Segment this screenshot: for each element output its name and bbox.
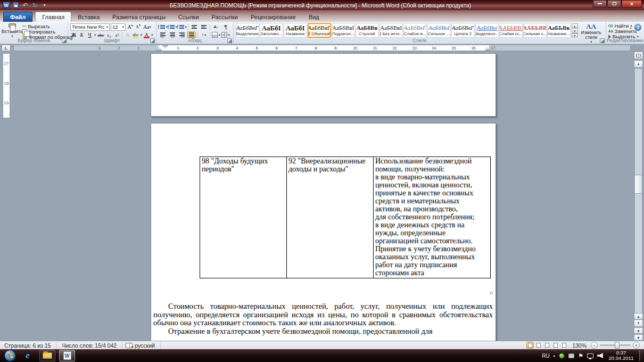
zoom-slider[interactable] [600, 344, 631, 346]
table-cell-account-credit[interactable]: 92 "Внереализационные доходы и расходы" [287, 157, 374, 278]
start-button[interactable] [4, 350, 16, 361]
ribbon-tab[interactable]: Рецензирование [244, 12, 302, 22]
style-item[interactable]: АаБбІ Название [284, 23, 307, 38]
highlight-dropdown-icon[interactable]: ▾ [140, 34, 142, 37]
styles-scroll-up-button[interactable]: ▴ [572, 23, 578, 28]
volume-icon[interactable] [597, 353, 603, 358]
bullets-button[interactable]: ▾ [159, 23, 167, 30]
word-count[interactable]: Число слов: 15/4 042 [60, 342, 119, 349]
clipboard-dialog-launcher[interactable] [62, 38, 67, 43]
table-resize-handle[interactable] [490, 292, 493, 294]
help-button[interactable]: ? [634, 24, 641, 31]
decrease-indent-button[interactable] [190, 23, 199, 30]
show-marks-button[interactable]: ¶ [221, 23, 230, 30]
proofing-status-icon[interactable]: × [126, 343, 133, 348]
styles-dialog-launcher[interactable] [600, 38, 605, 43]
increase-indent-button[interactable] [200, 23, 208, 30]
zoom-slider-thumb[interactable] [615, 342, 620, 349]
style-item[interactable]: АаБбВвГ Слабое в... [403, 23, 427, 38]
view-mode-button[interactable] [560, 342, 568, 349]
style-item[interactable]: АаБбІ Заголово... [260, 23, 283, 38]
antivirus-tray-icon[interactable] [559, 353, 565, 359]
taskbar-internet-explorer-button[interactable]: e [20, 350, 36, 361]
previous-page-button[interactable]: ▴ [634, 313, 643, 319]
table-cell-description[interactable]: Использование безвозмездной помощи, полу… [374, 157, 491, 278]
change-case-button[interactable]: Аа▾ [143, 23, 152, 30]
ribbon-tab[interactable]: Вставка [71, 12, 106, 22]
style-item[interactable]: АаБбВвГ Цитата 2 [451, 23, 475, 38]
document-table[interactable]: 98 "Доходы будущих периодов" 92 "Внереал… [200, 157, 491, 278]
scrollbar-thumb[interactable] [634, 175, 642, 194]
cut-button[interactable]: ✂Вырезать [22, 24, 73, 29]
table-cell-account-debit[interactable]: 98 "Доходы будущих периодов" [200, 157, 287, 278]
style-item[interactable]: АаБбВвГ Выделение [236, 23, 259, 38]
hidden-icons-button[interactable]: ▴ [554, 353, 556, 358]
browse-object-button[interactable]: ● [634, 327, 643, 334]
save-button[interactable] [12, 2, 20, 9]
font-dialog-launcher[interactable] [150, 38, 155, 43]
view-mode-button[interactable] [543, 342, 551, 349]
show-desktop-button[interactable] [639, 350, 643, 361]
taskbar-explorer-button[interactable] [39, 350, 55, 361]
style-item[interactable]: АаБбВв Строгий [356, 23, 379, 38]
style-item[interactable]: АаБбВвІ ¶ Без инте... [379, 23, 403, 38]
undo-button[interactable]: ↶ [21, 2, 29, 9]
zoom-level[interactable]: 130% [570, 342, 589, 349]
style-item[interactable]: АаБбВвІ Подзагол... [332, 23, 355, 38]
style-item[interactable]: АаБЬВв Название... [547, 23, 571, 38]
style-item[interactable]: ААБЬВВ Сильная с... [523, 23, 547, 38]
paragraph[interactable]: Стоимость товарно-материальных ценностей… [153, 302, 493, 327]
numbering-button[interactable]: ▾ [168, 23, 177, 30]
style-item[interactable]: АаБбВві Выделенн... [475, 23, 499, 38]
page-previous[interactable] [151, 53, 496, 117]
restore-button[interactable] [607, 1, 621, 8]
ribbon-tab[interactable]: Разметка страницы [106, 12, 172, 22]
close-button[interactable]: × [622, 1, 642, 8]
ribbon-tab[interactable]: Главная [35, 12, 71, 22]
ribbon-tab[interactable]: Файл [3, 12, 32, 22]
underline-dropdown-icon[interactable]: ▾ [94, 34, 96, 37]
language-indicator[interactable]: русский [133, 342, 157, 349]
styles-more-button[interactable]: ▾ [572, 33, 578, 37]
ribbon-tab[interactable]: Ссылки [172, 12, 205, 22]
scroll-up-button[interactable]: ▴ [634, 60, 643, 68]
vertical-scrollbar[interactable]: ▴ ▾ ▴ ● ▾ [633, 52, 643, 341]
paragraph[interactable]: Отражение в бухгалтерском учете безвозме… [153, 327, 493, 336]
ruler-toggle-button[interactable] [634, 52, 643, 59]
style-item[interactable]: ААБЬВВІ Слабая сс... [499, 23, 523, 38]
next-page-button[interactable]: ▾ [634, 334, 643, 341]
ribbon-tab[interactable]: Рассылки [205, 12, 244, 22]
zoom-out-button[interactable]: − [591, 342, 598, 349]
view-mode-button[interactable] [552, 342, 559, 349]
sort-button[interactable]: А↓ [212, 23, 220, 30]
clock[interactable]: 0:37 20.04.2011 [607, 350, 635, 361]
ribbon-tab[interactable]: Вид [302, 12, 326, 22]
zoom-in-button[interactable]: + [633, 342, 640, 349]
multilevel-list-button[interactable]: ▾ [178, 23, 186, 30]
qat-customize-button[interactable]: ▾ [40, 2, 48, 9]
font-size-select[interactable]: 12▾ [111, 23, 126, 31]
style-item[interactable]: АаБбВвГ ¶ Обычный [308, 23, 331, 38]
font-color-dropdown-icon[interactable]: ▾ [151, 34, 153, 37]
copy-button[interactable]: Копировать [22, 29, 73, 34]
taskbar-word-button[interactable]: W [59, 350, 75, 361]
styles-scroll-down-button[interactable]: ▾ [572, 28, 578, 32]
style-item[interactable]: АаБбВвІ Сильное ... [427, 23, 451, 38]
word-logo-icon[interactable]: W [2, 2, 10, 9]
shrink-font-button[interactable]: А▾ [135, 23, 142, 30]
view-mode-button[interactable] [535, 342, 542, 349]
action-center-icon[interactable]: ⚑ [578, 353, 583, 359]
redo-button[interactable]: ↻ [31, 2, 39, 9]
vertical-ruler[interactable]: 27 28 29 [3, 53, 10, 118]
paragraph-dialog-launcher[interactable] [227, 38, 232, 43]
body-text[interactable]: Стоимость товарно-материальных ценностей… [153, 302, 493, 335]
language-bar[interactable]: RU [542, 353, 549, 359]
tab-selector-button[interactable]: L [2, 45, 11, 51]
font-family-select[interactable]: Times New Rc▾ [70, 23, 110, 31]
page-indicator[interactable]: Страница: 6 из 15 [0, 342, 53, 349]
minimize-button[interactable] [593, 1, 607, 8]
device-tray-icon[interactable] [568, 353, 574, 358]
network-icon[interactable] [587, 353, 593, 358]
paste-button[interactable]: Вставить ▾ [2, 23, 22, 38]
scrollbar-track[interactable] [635, 69, 642, 319]
